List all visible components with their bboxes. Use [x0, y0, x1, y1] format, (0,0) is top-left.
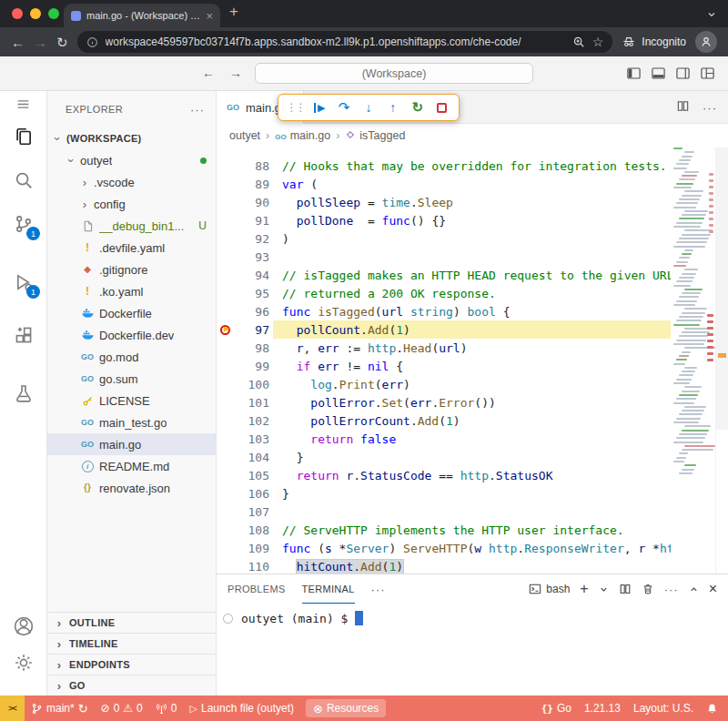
customize-layout-icon[interactable]	[700, 66, 715, 85]
close-panel-icon[interactable]: ×	[709, 581, 717, 597]
line-number[interactable]: 94	[217, 269, 269, 282]
panel-more-actions-icon[interactable]: ···	[664, 583, 679, 596]
minimize-window-button[interactable]	[30, 8, 41, 19]
tree-item-go-sum[interactable]: GOgo.sum	[47, 368, 216, 390]
browser-back-button[interactable]: ←	[11, 36, 25, 49]
breadcrumb-item-outyet[interactable]: outyet	[229, 129, 260, 142]
status-notifications[interactable]	[700, 696, 724, 721]
bookmark-star-icon[interactable]: ☆	[592, 35, 604, 49]
new-terminal-button[interactable]: +	[580, 581, 588, 597]
tab-close-icon[interactable]: ×	[206, 10, 213, 22]
debug-restart-button[interactable]: ↻	[406, 96, 429, 118]
status-problems[interactable]: ⊘0⚠0	[95, 696, 149, 721]
terminal-shell-selector[interactable]: bash	[529, 583, 570, 595]
panel-tab-problems[interactable]: PROBLEMS	[228, 574, 286, 604]
scrollbar-slider[interactable]	[716, 147, 728, 430]
command-center[interactable]: (Workspace)	[255, 63, 533, 84]
kill-terminal-button[interactable]	[642, 583, 654, 595]
line-number[interactable]: 107	[217, 505, 269, 519]
maximize-panel-icon[interactable]	[689, 584, 699, 594]
editor-more-actions-icon[interactable]: ···	[703, 101, 717, 115]
line-number[interactable]: 105	[217, 469, 269, 482]
status-go-language-status[interactable]: {}Go	[535, 696, 578, 721]
tree-item-main-go[interactable]: GOmain.go	[47, 433, 216, 455]
profile-avatar[interactable]	[695, 31, 717, 53]
line-number[interactable]: 95	[217, 287, 269, 300]
line-number[interactable]: 108	[217, 523, 269, 537]
tree-item-license[interactable]: LICENSE	[47, 390, 216, 411]
tab-search-chevron-icon[interactable]	[706, 7, 717, 24]
tree-item-dockerfile[interactable]: Dockerfile	[47, 302, 216, 324]
run-debug-icon[interactable]: 1	[0, 266, 46, 299]
line-number[interactable]: 96	[217, 305, 269, 319]
status-remote-indicator[interactable]: ><	[0, 696, 25, 721]
tree-item-vscode[interactable]: ›.vscode	[47, 171, 216, 193]
line-number[interactable]: 110	[217, 560, 269, 574]
debug-step-into-button[interactable]: ↓	[358, 96, 380, 118]
toggle-secondary-sidebar-icon[interactable]	[675, 66, 691, 85]
zoom-window-button[interactable]	[48, 8, 59, 19]
breadcrumb-item-main-go[interactable]: GOmain.go	[275, 129, 330, 142]
status-resources[interactable]: ⊗Resources	[306, 699, 386, 717]
tree-item-readme-md[interactable]: iREADME.md	[47, 455, 216, 477]
tree-item-renovate-json[interactable]: {}renovate.json	[47, 477, 216, 499]
section-timeline[interactable]: ›TIMELINE	[47, 633, 216, 654]
tree-item-devfile-yaml[interactable]: !.devfile.yaml	[47, 237, 216, 259]
browser-reload-button[interactable]: ↻	[56, 36, 68, 49]
line-number[interactable]: 104	[217, 451, 269, 464]
line-number[interactable]: 100	[217, 378, 269, 391]
breadcrumb-item-istagged[interactable]: isTagged	[345, 129, 405, 143]
explorer-more-actions-icon[interactable]: ···	[190, 103, 205, 117]
tree-item-ko-yaml[interactable]: !.ko.yaml	[47, 280, 216, 302]
split-editor-icon[interactable]	[676, 99, 690, 117]
account-icon[interactable]	[0, 610, 46, 643]
panel-tab-terminal[interactable]: TERMINAL	[302, 574, 355, 604]
terminal-output[interactable]: outyet (main) $	[223, 611, 363, 625]
status-launch-config[interactable]: ▷Launch file (outyet)	[183, 696, 300, 721]
toggle-panel-icon[interactable]	[651, 66, 666, 85]
line-number[interactable]: 89	[217, 178, 269, 191]
line-number[interactable]: 102	[217, 414, 269, 428]
tree-item-outyet[interactable]: ›outyet	[47, 149, 216, 171]
line-number[interactable]: 109	[217, 542, 269, 555]
tree-item-dockerfile-dev[interactable]: Dockerfile.dev	[47, 324, 216, 346]
new-tab-button[interactable]: +	[229, 3, 238, 21]
line-number[interactable]: 88	[217, 159, 269, 173]
panel-more-tabs-icon[interactable]: ···	[371, 583, 386, 596]
status-go-version[interactable]: 1.21.13	[578, 696, 627, 721]
code-editor[interactable]: 88// Hooks that may be overridden for in…	[217, 147, 728, 574]
history-back-button[interactable]: ←	[202, 66, 215, 80]
source-control-icon[interactable]: 1	[0, 208, 46, 240]
overview-ruler[interactable]	[715, 147, 728, 574]
test-beaker-icon[interactable]	[0, 377, 46, 410]
section-go[interactable]: ›GO	[47, 675, 216, 696]
line-number[interactable]: 106	[217, 487, 269, 501]
line-number[interactable]: 91	[217, 214, 269, 228]
line-number[interactable]: 103	[217, 432, 269, 446]
tree-item-go-mod[interactable]: GOgo.mod	[47, 346, 216, 368]
menu-icon[interactable]	[0, 91, 46, 117]
debug-continue-button[interactable]: ▶	[308, 96, 331, 118]
status-ports[interactable]: 0	[149, 696, 184, 721]
line-number[interactable]: 98	[217, 341, 269, 355]
history-forward-button[interactable]: →	[229, 66, 242, 80]
zoom-icon[interactable]	[572, 36, 585, 48]
tree-item-gitignore[interactable]: ◆.gitignore	[47, 259, 216, 280]
site-info-icon[interactable]	[86, 36, 98, 48]
explorer-icon[interactable]	[0, 120, 46, 153]
section-endpoints[interactable]: ›ENDPOINTS	[47, 654, 216, 675]
line-number[interactable]: 92	[217, 232, 269, 246]
toggle-sidebar-icon[interactable]	[626, 66, 642, 85]
browser-tab[interactable]: main.go - (Workspace) — Che ×	[64, 4, 220, 27]
line-number[interactable]: 90	[217, 196, 269, 209]
line-number[interactable]: 93	[217, 250, 269, 264]
address-bar[interactable]: workspace459597bc03714f7b.apps.sandbox-m…	[77, 31, 613, 53]
status-git-branch[interactable]: main*↻	[25, 696, 95, 721]
debug-step-over-button[interactable]: ↷	[333, 96, 356, 118]
close-window-button[interactable]	[12, 8, 23, 19]
minimap[interactable]	[671, 147, 716, 574]
terminal-profile-chevron-icon[interactable]	[599, 584, 609, 594]
extensions-icon[interactable]	[0, 319, 46, 351]
split-terminal-button[interactable]	[619, 583, 632, 595]
section-outline[interactable]: ›OUTLINE	[47, 612, 216, 633]
